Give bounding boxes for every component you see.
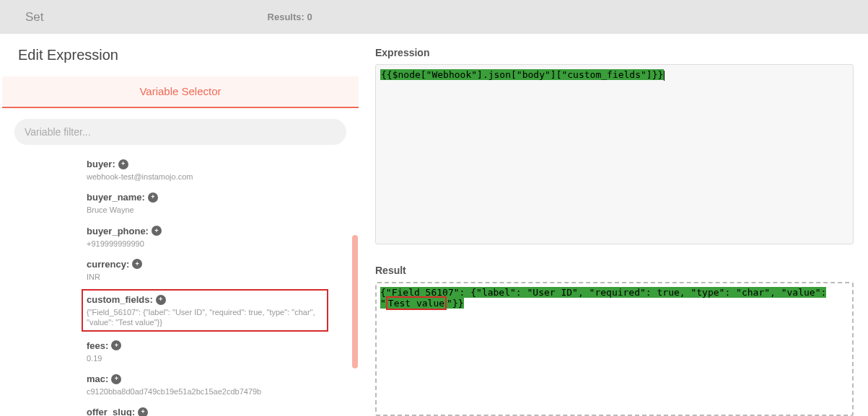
tab-label: Variable Selector: [139, 85, 221, 97]
edit-expression-heading: Edit Expression: [18, 47, 343, 63]
result-highlight: Test value: [386, 296, 447, 310]
main-container: Edit Expression Variable Selector buyer:…: [0, 34, 868, 416]
result-label: Result: [375, 265, 854, 276]
tree-item-value: webhook-test@instamojo.com: [87, 172, 346, 182]
result-section: Result {"Field_56107": {"label": "User I…: [375, 265, 854, 416]
tree-key-label: currency:: [87, 259, 129, 270]
tree-item[interactable]: fees:+0.19: [87, 337, 346, 365]
tree-item-value: INR: [87, 272, 346, 282]
expression-label: Expression: [375, 47, 854, 58]
tree-key-label: buyer_phone:: [87, 226, 149, 236]
tree-item-key: buyer_name:+: [87, 192, 158, 203]
tree-item-key: custom_fields:+: [87, 294, 166, 305]
tree-item[interactable]: buyer_name:+Bruce Wayne: [87, 189, 346, 216]
plus-icon[interactable]: +: [138, 407, 148, 416]
tree-item-key: buyer_phone:+: [87, 226, 162, 236]
tree-key-label: mac:: [87, 373, 108, 384]
tree-item[interactable]: mac:+c9120bba8d0ad749cb19e51a2bc15ae2cdb…: [87, 371, 346, 398]
tree-list[interactable]: buyer:+webhook-test@instamojo.combuyer_n…: [0, 156, 361, 416]
tree-item-value: 0.19: [87, 353, 346, 363]
filter-wrap: [0, 108, 361, 156]
tree-key-label: buyer_name:: [87, 192, 145, 203]
tree-item-value: +919999999990: [87, 239, 346, 249]
text-cursor: [664, 71, 665, 81]
plus-icon[interactable]: +: [148, 192, 158, 203]
tree-item-key: currency:+: [87, 259, 142, 270]
tree-item-value: c9120bba8d0ad749cb19e51a2bc15ae2cdb7479b: [87, 386, 346, 397]
tree-key-label: offer_slug:: [87, 407, 135, 416]
plus-icon[interactable]: +: [111, 374, 121, 384]
tree-key-label: fees:: [87, 340, 108, 351]
tree-item-value: {"Field_56107": {"label": "User ID", "re…: [87, 307, 323, 328]
tree-key-label: buyer:: [87, 159, 115, 169]
expression-token: {{$node["Webhook"].json["body"]["custom_…: [380, 69, 664, 80]
tree-item[interactable]: buyer_phone:++919999999990: [87, 223, 346, 250]
tree-container: buyer:+webhook-test@instamojo.combuyer_n…: [0, 156, 361, 416]
tree-item[interactable]: currency:+INR: [87, 256, 346, 283]
plus-icon[interactable]: +: [111, 340, 121, 350]
left-panel: Edit Expression Variable Selector buyer:…: [0, 34, 361, 416]
result-suffix: "}}: [447, 298, 463, 309]
expression-editor[interactable]: {{$node["Webhook"].json["body"]["custom_…: [375, 64, 854, 244]
variable-filter-input[interactable]: [14, 119, 346, 145]
top-bar: Set Results: 0: [0, 0, 868, 34]
variable-selector-tab[interactable]: Variable Selector: [2, 76, 359, 108]
result-output: {"Field_56107": {"label": "User ID", "re…: [375, 282, 854, 416]
left-header: Edit Expression: [0, 34, 361, 76]
right-panel: Expression {{$node["Webhook"].json["body…: [361, 34, 868, 416]
node-title: Set: [25, 10, 44, 25]
tree-key-label: custom_fields:: [87, 294, 153, 305]
scrollbar-thumb[interactable]: [352, 235, 358, 368]
plus-icon[interactable]: +: [152, 226, 162, 236]
tree-item[interactable]: buyer:+webhook-test@instamojo.com: [87, 156, 346, 183]
plus-icon[interactable]: +: [156, 295, 166, 305]
plus-icon[interactable]: +: [132, 259, 142, 269]
results-count: Results: 0: [268, 12, 312, 22]
tree-item-value: Bruce Wayne: [87, 205, 346, 215]
tree-item-key: buyer:+: [87, 159, 128, 169]
tree-item-key: offer_slug:+: [87, 407, 148, 416]
plus-icon[interactable]: +: [118, 159, 128, 169]
tree-item[interactable]: custom_fields:+{"Field_56107": {"label":…: [82, 289, 328, 332]
tree-item-key: mac:+: [87, 373, 121, 384]
tree-item-key: fees:+: [87, 340, 121, 351]
tree-item[interactable]: offer_slug:+pm-renewal-yearly: [87, 404, 346, 416]
